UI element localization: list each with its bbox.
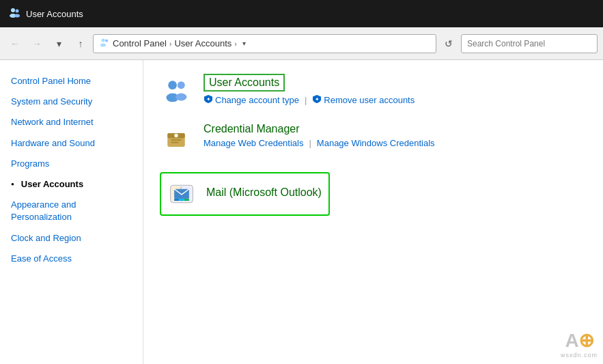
shield-icon-1: ✦: [204, 94, 213, 106]
sidebar-item-appearance[interactable]: Appearance and Personalization: [0, 195, 143, 227]
svg-point-6: [105, 40, 108, 42]
address-segment-control-panel[interactable]: Control Panel: [113, 38, 167, 48]
user-accounts-links: ✦ Change account type | ✦ R: [204, 94, 415, 106]
address-sep-1: ›: [169, 40, 172, 48]
sidebar-item-programs[interactable]: Programs: [0, 154, 143, 174]
sidebar-item-system-security[interactable]: System and Security: [0, 92, 143, 112]
svg-point-10: [176, 94, 186, 101]
mail-section: Mail (Microsoft Outlook): [160, 172, 587, 216]
refresh-button[interactable]: ↺: [439, 34, 458, 53]
user-accounts-body: User Accounts ✦ Change account type |: [204, 74, 415, 106]
title-bar-icon: [8, 7, 20, 21]
sidebar-item-hardware-sound[interactable]: Hardware and Sound: [0, 133, 143, 154]
mail-icon: [165, 178, 198, 210]
link-sep-2: |: [309, 138, 311, 148]
address-icon: [99, 37, 110, 50]
up-button[interactable]: ↑: [71, 34, 90, 53]
svg-rect-24: [179, 199, 184, 201]
title-bar-text: User Accounts: [26, 9, 83, 19]
main-container: Control Panel Home System and Security N…: [0, 60, 603, 364]
svg-point-0: [11, 8, 15, 12]
dropdown-button[interactable]: ▾: [49, 34, 68, 53]
credential-manager-body: Credential Manager Manage Web Credential…: [204, 123, 435, 148]
svg-point-15: [174, 134, 178, 137]
sidebar-item-control-panel-home[interactable]: Control Panel Home: [0, 71, 143, 92]
credential-manager-title[interactable]: Credential Manager: [204, 123, 435, 135]
sidebar-item-network-internet[interactable]: Network and Internet: [0, 112, 143, 132]
sidebar: Control Panel Home System and Security N…: [0, 60, 143, 364]
mail-title[interactable]: Mail (Microsoft Outlook): [206, 186, 322, 199]
watermark-logo: A⊕: [565, 329, 593, 352]
content-area: User Accounts ✦ Change account type |: [143, 60, 603, 364]
watermark-site: wsxdn.com: [561, 352, 598, 359]
sidebar-item-ease-access[interactable]: Ease of Access: [0, 249, 143, 269]
user-accounts-title[interactable]: User Accounts: [204, 74, 285, 92]
svg-point-9: [178, 81, 185, 89]
svg-text:✦: ✦: [206, 96, 211, 102]
change-account-type-link[interactable]: ✦ Change account type: [204, 94, 299, 106]
sidebar-item-clock-region[interactable]: Clock and Region: [0, 228, 143, 249]
svg-rect-17: [171, 142, 179, 143]
credential-manager-links: Manage Web Credentials | Manage Windows …: [204, 138, 435, 148]
link-sep-1: |: [305, 95, 307, 105]
svg-point-5: [100, 44, 106, 47]
back-button[interactable]: ←: [5, 34, 25, 53]
mail-body: Mail (Microsoft Outlook): [206, 186, 322, 201]
svg-rect-23: [174, 199, 179, 201]
manage-windows-credentials-link[interactable]: Manage Windows Credentials: [317, 138, 435, 148]
watermark: A⊕ wsxdn.com: [561, 329, 598, 359]
svg-point-2: [16, 9, 19, 12]
svg-text:✦: ✦: [315, 96, 320, 102]
remove-user-accounts-link[interactable]: ✦ Remove user accounts: [312, 94, 415, 106]
sidebar-item-user-accounts[interactable]: User Accounts: [0, 174, 143, 195]
address-bar: Control Panel › User Accounts › ▾: [93, 34, 436, 53]
svg-rect-16: [171, 139, 182, 141]
mail-highlighted-wrapper: Mail (Microsoft Outlook): [160, 172, 330, 216]
user-accounts-icon: [160, 74, 193, 107]
address-sep-2: ›: [234, 40, 237, 48]
svg-point-4: [102, 39, 105, 42]
svg-rect-25: [184, 199, 189, 201]
search-input[interactable]: [461, 34, 598, 53]
svg-point-7: [168, 81, 177, 89]
svg-point-3: [14, 14, 20, 17]
credential-manager-section: Credential Manager Manage Web Credential…: [160, 123, 587, 156]
forward-button[interactable]: →: [27, 34, 46, 53]
credential-manager-icon: [160, 123, 193, 156]
title-bar: User Accounts: [0, 0, 603, 27]
address-segment-user-accounts[interactable]: User Accounts: [174, 38, 232, 48]
manage-web-credentials-link[interactable]: Manage Web Credentials: [204, 138, 303, 148]
shield-icon-2: ✦: [312, 94, 322, 106]
toolbar: ← → ▾ ↑ Control Panel › User Accounts › …: [0, 27, 603, 60]
address-chevron: ▾: [242, 40, 246, 47]
user-accounts-section: User Accounts ✦ Change account type |: [160, 74, 587, 107]
